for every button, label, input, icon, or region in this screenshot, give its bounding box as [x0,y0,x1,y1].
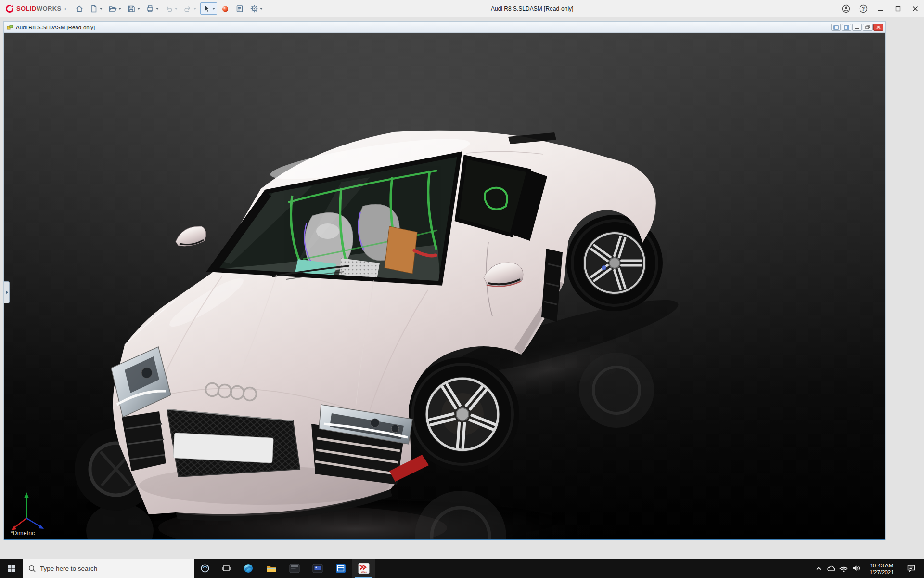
taskbar-dark-window-app-button[interactable] [283,559,306,578]
gear-icon [250,4,258,13]
minimize-icon [878,6,884,12]
app-minimize-button[interactable] [872,0,889,17]
cortana-button[interactable] [194,559,216,578]
brand-name: SOLIDWORKS [16,5,62,12]
document-window-controls [831,24,883,31]
dark-window-app-icon [289,563,300,574]
redo-icon [183,4,192,13]
taskbar-media-app-button[interactable] [306,559,329,578]
volume-tray-button[interactable] [850,559,862,578]
featuremanager-collapsed-tab[interactable] [4,281,10,303]
options-button[interactable] [248,2,265,15]
task-view-button[interactable] [216,559,237,578]
car-3d-scene[interactable] [4,33,885,539]
document-title: Audi R8 S.SLDASM [Read-only] [16,25,95,30]
home-icon [75,4,84,13]
split-pane-left-icon [833,25,839,30]
document-titlebar[interactable]: Audi R8 S.SLDASM [Read-only] [4,22,885,33]
undo-button[interactable] [163,2,180,15]
svg-text:2021: 2021 [361,570,367,573]
brand-area[interactable]: SOLIDWORKS › [0,4,70,13]
new-document-button[interactable] [88,2,104,15]
titlebar-right-controls: ? [837,0,924,17]
action-center-button[interactable] [901,559,921,578]
doc-split-pane-left-button[interactable] [831,24,841,31]
system-tray: 10:43 AM 1/27/2021 [812,559,924,578]
red-sphere-icon [221,4,230,13]
start-button[interactable] [0,559,23,578]
task-view-icon [221,564,231,573]
solidworks-application: SOLIDWORKS › [0,0,924,578]
menu-expander-chevron[interactable]: › [64,5,66,12]
cloud-icon [827,565,836,572]
windows-logo-icon [7,564,16,573]
search-icon [28,565,36,573]
app-window-title: Audi R8 S.SLDASM [Read-only] [491,0,573,17]
select-arrow-icon [202,4,211,13]
network-tray-button[interactable] [837,559,850,578]
app-maximize-button[interactable] [889,0,907,17]
open-folder-icon [108,4,117,13]
dropdown-caret[interactable] [175,8,178,10]
doc-close-button[interactable] [873,24,883,31]
help-button[interactable]: ? [855,0,872,17]
hidden-icons-chevron[interactable] [812,559,825,578]
print-icon [146,4,154,13]
dropdown-caret[interactable] [193,8,196,10]
home-button[interactable] [73,2,86,15]
view-orientation-label: *Dimetric [11,530,35,537]
taskbar-edge-button[interactable] [237,559,260,578]
mdi-workspace: Audi R8 S.SLDASM [Read-only] [0,17,924,559]
chevron-up-icon [815,565,822,572]
restore-icon [865,25,870,29]
dropdown-caret[interactable] [118,8,121,10]
close-icon [912,6,918,12]
minimize-icon [855,25,860,29]
doc-minimize-button[interactable] [852,24,862,31]
onedrive-tray-button[interactable] [825,559,837,578]
quick-access-toolbar [73,2,265,15]
blue-window-app-icon [335,563,346,574]
windows-taskbar: 2021 [0,559,924,578]
dropdown-caret[interactable] [137,8,140,10]
license-plate [173,433,273,463]
dropdown-caret[interactable] [260,8,263,10]
media-app-icon [312,563,323,574]
notifications-bubble-icon [907,564,916,573]
maximize-icon [895,6,901,12]
taskbar-file-explorer-button[interactable] [260,559,283,578]
3d-content-button[interactable] [219,2,231,15]
help-icon: ? [859,4,868,13]
app-close-button[interactable] [907,0,924,17]
file-properties-icon [235,4,244,13]
taskbar-solidworks-button[interactable]: 2021 [352,559,375,578]
clock-time: 10:43 AM [862,562,901,569]
dropdown-caret[interactable] [156,8,159,10]
front-right-wheel[interactable] [406,357,519,471]
save-button[interactable] [125,2,142,15]
print-button[interactable] [144,2,161,15]
dropdown-caret[interactable] [212,8,215,10]
new-document-icon [90,4,98,13]
open-button[interactable] [106,2,123,15]
undo-icon [165,4,173,13]
search-input[interactable] [40,565,180,572]
dropdown-caret[interactable] [100,8,103,10]
save-floppy-icon [127,4,136,13]
cortana-icon [200,564,210,573]
file-properties-button[interactable] [233,2,246,15]
taskbar-blue-window-app-button[interactable] [329,559,352,578]
assembly-document-icon [7,24,13,31]
redo-button[interactable] [181,2,198,15]
document-window: Audi R8 S.SLDASM [Read-only] [4,22,886,540]
doc-split-pane-right-button[interactable] [842,24,851,31]
taskbar-search[interactable] [23,559,194,578]
account-button[interactable] [837,0,855,17]
taskbar-clock[interactable]: 10:43 AM 1/27/2021 [862,562,901,576]
graphics-viewport[interactable]: *Dimetric [4,33,885,539]
select-tool-button[interactable] [200,2,217,15]
wifi-icon [839,565,848,572]
clock-date: 1/27/2021 [862,569,901,576]
doc-restore-button[interactable] [863,24,873,31]
volume-icon [852,565,861,572]
